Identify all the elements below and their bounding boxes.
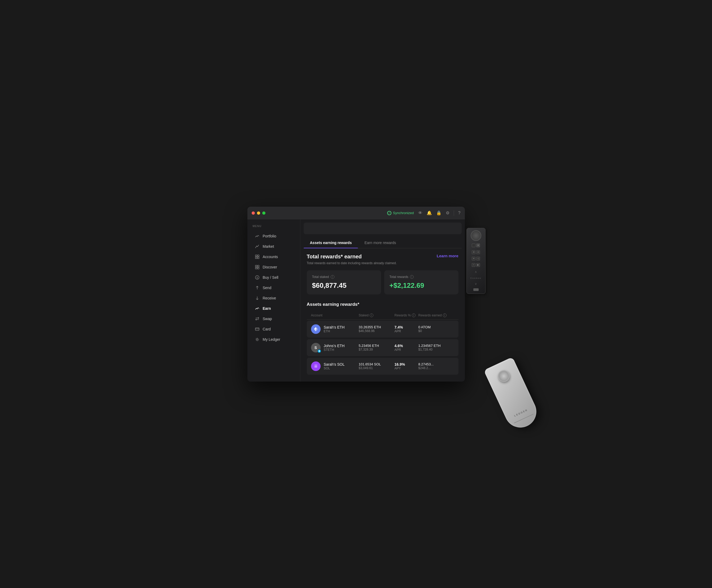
device-row-2: ⚙ ⊡ (471, 250, 481, 255)
pct-col-info[interactable]: i (412, 314, 415, 317)
eye-icon[interactable]: 👁 (418, 211, 423, 215)
svg-rect-7 (258, 267, 259, 269)
sidebar-item-send[interactable]: Send (249, 283, 298, 293)
steth-icon: S ◆ (311, 343, 321, 353)
device-indicator (473, 288, 479, 291)
sidebar-item-label: Earn (263, 306, 271, 311)
tab-earn-more[interactable]: Earn more rewards (358, 237, 402, 248)
accounts-icon (255, 254, 260, 259)
asset-info-eth: Sarah's ETH ETH (324, 325, 345, 333)
asset-cell-sol: Sarah's SOL SOL (311, 361, 359, 371)
asset-ticker-eth: ETH (324, 329, 345, 333)
device-btn-6: ◁ (476, 257, 480, 260)
sidebar-item-label: Portfolio (263, 234, 276, 238)
main-layout: MENU Portfolio Market (247, 219, 465, 382)
discover-icon (255, 265, 260, 270)
device-chevron-down: ∨ (474, 281, 477, 286)
asset-icon-wrapper-sol (311, 361, 321, 371)
device-btn-3: ⚙ (472, 250, 475, 254)
table-row[interactable]: S ◆ Johns's ETH STETH 5.23456 ETH (307, 339, 459, 356)
sync-label: Synchronized (393, 211, 414, 215)
lock-icon[interactable]: 🔒 (436, 210, 442, 215)
divider (454, 210, 454, 216)
asset-cell-eth: Sarah's ETH ETH (311, 324, 359, 334)
traffic-lights (252, 211, 265, 215)
header-account: Account (311, 314, 359, 317)
sidebar-item-receive[interactable]: Receive (249, 293, 298, 303)
svg-rect-2 (256, 257, 257, 259)
sidebar-item-myledger[interactable]: My Ledger (249, 334, 298, 344)
sidebar-item-buysell[interactable]: $ Buy / Sell (249, 272, 298, 282)
tab-assets-earning[interactable]: Assets earning rewards (304, 237, 358, 248)
buysell-icon: $ (255, 275, 260, 280)
asset-icon-wrapper-eth (311, 324, 321, 334)
help-icon[interactable]: ? (458, 211, 461, 215)
rewards-title-group: Total rewards* earned Total rewards earn… (307, 254, 397, 265)
minimize-button[interactable] (257, 211, 260, 215)
staked-eth: 33.26355 ETH $46,568.96 (359, 325, 394, 333)
side-device-panel: ⊗ ⚙ ⊡ ≋ ◁ + (466, 228, 486, 294)
sidebar-item-swap[interactable]: Swap (249, 314, 298, 324)
total-rewards-label: Total rewards i (389, 275, 453, 279)
svg-rect-4 (256, 265, 257, 267)
rewards-info-icon[interactable]: i (410, 275, 414, 279)
sidebar-item-discover[interactable]: Discover (249, 262, 298, 272)
steth-badge: ◆ (318, 349, 321, 353)
header-rewards-earned: Rewards earned i (419, 314, 454, 317)
sync-icon: ✓ (387, 211, 391, 215)
earned-eth: 0 ATOM $0 (419, 325, 454, 333)
asset-name-steth: Johns's ETH (324, 344, 345, 348)
hw-ledger-text: LEDGER (514, 408, 528, 417)
sidebar-item-label: Receive (263, 296, 276, 300)
learn-more-button[interactable]: Learn more (437, 254, 459, 258)
svg-rect-1 (258, 255, 259, 256)
device-btn-4: ⊡ (476, 250, 480, 254)
asset-icon-wrapper-steth: S ◆ (311, 343, 321, 353)
rewards-header: Total rewards* earned Total rewards earn… (307, 254, 459, 265)
device-row-3: ≋ ◁ (471, 256, 481, 261)
staked-info-icon[interactable]: i (331, 275, 334, 279)
earned-col-info[interactable]: i (443, 314, 447, 317)
assets-section-title: Assets earning rewards* (307, 302, 459, 307)
total-staked-label: Total staked i (312, 275, 376, 279)
staked-col-info[interactable]: i (370, 314, 373, 317)
sidebar-item-card[interactable]: Card (249, 324, 298, 334)
total-rewards-value: +$2,122.69 (389, 281, 453, 290)
titlebar-actions: ✓ Synchronized 👁 🔔 🔒 ⚙ ? (387, 210, 461, 216)
sidebar-item-accounts[interactable]: Accounts (249, 252, 298, 262)
asset-ticker-sol: SOL (324, 366, 345, 370)
close-button[interactable] (252, 211, 255, 215)
hw-button (496, 368, 511, 384)
sidebar-item-earn[interactable]: Earn (249, 303, 298, 314)
device-circle (471, 230, 481, 241)
table-row[interactable]: Sarah's ETH ETH 33.26355 ETH $46,568.96 … (307, 321, 459, 338)
rewards-pct-eth: 7.4% APR (394, 325, 419, 333)
header-staked: Staked i (359, 314, 394, 317)
sidebar-item-market[interactable]: Market (249, 241, 298, 251)
sidebar: MENU Portfolio Market (247, 219, 301, 382)
header-rewards-pct: Rewards % i (394, 314, 419, 317)
stats-row: Total staked i $60,877.45 Total rewards … (307, 270, 459, 294)
market-icon (255, 244, 260, 249)
sol-icon (311, 361, 321, 371)
table-row[interactable]: Sarah's SOL SOL 101.6534 SOL $3,049.61 1… (307, 358, 459, 375)
svg-marker-16 (314, 327, 316, 330)
bell-icon[interactable]: 🔔 (427, 210, 432, 215)
sidebar-item-label: Accounts (263, 255, 278, 259)
svg-text:$: $ (257, 276, 258, 279)
total-staked-value: $60,877.45 (312, 281, 376, 290)
maximize-button[interactable] (262, 211, 265, 215)
rewards-pct-steth: 4.6% APR (394, 344, 419, 352)
portfolio-icon (255, 234, 260, 238)
svg-rect-6 (256, 267, 257, 269)
eth-icon (311, 324, 321, 334)
device-btn-1 (472, 244, 475, 247)
svg-rect-5 (258, 265, 259, 267)
sidebar-item-portfolio[interactable]: Portfolio (249, 231, 298, 241)
card-icon (255, 327, 260, 332)
hardware-device: LEDGER (483, 357, 542, 433)
main-window: ✓ Synchronized 👁 🔔 🔒 ⚙ ? MENU (247, 207, 465, 382)
settings-icon[interactable]: ⚙ (446, 210, 449, 215)
content-area: Assets earning rewards Earn more rewards… (301, 219, 465, 382)
hw-body: LEDGER (483, 357, 542, 433)
